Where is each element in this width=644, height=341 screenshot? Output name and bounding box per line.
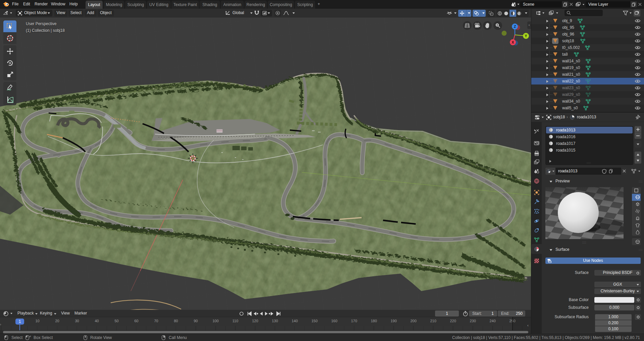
svg-text:Z: Z xyxy=(514,24,516,29)
svg-text:X: X xyxy=(512,40,514,44)
svg-text:Y: Y xyxy=(525,34,527,38)
